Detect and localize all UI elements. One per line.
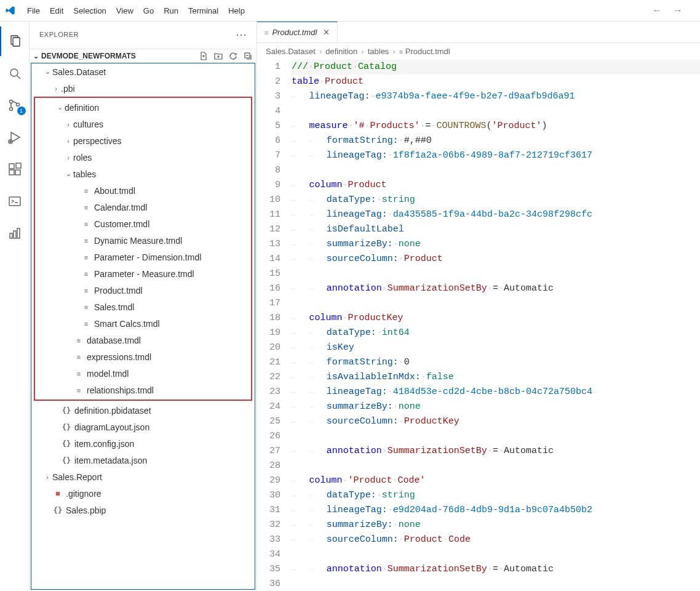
collapse-all-icon[interactable] bbox=[243, 51, 253, 61]
workspace-folder-name: DEVMODE_NEWFORMATS bbox=[41, 52, 136, 60]
file-tree: ⌄Sales.Dataset›.pbi ⌄definition›cultures… bbox=[31, 63, 255, 590]
tree-item[interactable]: ›Sales.Report bbox=[31, 468, 255, 485]
tree-item[interactable]: ⌄tables bbox=[35, 166, 251, 182]
refresh-icon[interactable] bbox=[228, 51, 238, 61]
code-editor[interactable]: 1234567891011121314151617181920212223242… bbox=[257, 60, 700, 591]
tree-item[interactable]: {}item.metadata.json bbox=[31, 452, 255, 468]
file-icon: ≡ bbox=[81, 320, 92, 328]
tree-item[interactable]: ≡Dynamic Measure.tmdl bbox=[35, 232, 251, 249]
tree-item-label: item.config.json bbox=[74, 439, 134, 449]
tree-item[interactable]: ≡model.tmdl bbox=[35, 365, 251, 382]
search-icon[interactable] bbox=[0, 58, 30, 88]
tree-item-label: cultures bbox=[73, 119, 103, 129]
svg-point-4 bbox=[9, 100, 12, 103]
menu-view[interactable]: View bbox=[111, 4, 138, 18]
breadcrumb-item[interactable]: ≡ Product.tmdl bbox=[399, 47, 450, 56]
json-icon: {} bbox=[52, 506, 63, 515]
chevron-right-icon: › bbox=[63, 154, 73, 161]
tree-item[interactable]: ≡relationships.tmdl bbox=[35, 382, 251, 398]
tree-item[interactable]: {}definition.pbidataset bbox=[31, 402, 255, 419]
tree-item-label: tables bbox=[73, 169, 96, 179]
source-control-icon[interactable]: 1 bbox=[0, 90, 30, 120]
tree-item[interactable]: ≡Product.tmdl bbox=[35, 282, 251, 299]
menu-edit[interactable]: Edit bbox=[45, 4, 68, 18]
line-number-gutter: 1234567891011121314151617181920212223242… bbox=[257, 60, 292, 591]
menu-go[interactable]: Go bbox=[138, 4, 159, 18]
tree-item[interactable]: ›roles bbox=[35, 149, 251, 166]
breadcrumb-item[interactable]: Sales.Dataset bbox=[266, 47, 316, 56]
chevron-right-icon: › bbox=[63, 121, 73, 128]
scm-badge: 1 bbox=[17, 107, 26, 115]
breadcrumb-separator: › bbox=[361, 47, 364, 56]
tree-item[interactable]: ›perspectives bbox=[35, 132, 251, 149]
tree-item[interactable]: ⌄Sales.Dataset bbox=[31, 63, 255, 80]
menu-file[interactable]: File bbox=[22, 4, 45, 18]
svg-point-5 bbox=[9, 108, 12, 111]
tree-item[interactable]: {}diagramLayout.json bbox=[31, 419, 255, 435]
svg-rect-16 bbox=[17, 228, 20, 238]
tree-item[interactable]: ≡database.tmdl bbox=[35, 332, 251, 348]
tree-item-label: Product.tmdl bbox=[94, 286, 143, 296]
editor-tabs: ≡ Product.tmdl ✕ bbox=[257, 22, 700, 43]
extensions-icon[interactable] bbox=[0, 155, 30, 184]
json-icon: {} bbox=[61, 440, 72, 448]
tree-item-label: Sales.Dataset bbox=[52, 67, 106, 77]
svg-rect-13 bbox=[9, 197, 20, 206]
powerbi-icon[interactable] bbox=[0, 219, 30, 248]
run-debug-icon[interactable] bbox=[0, 123, 30, 152]
menu-selection[interactable]: Selection bbox=[68, 4, 111, 18]
tree-item[interactable]: ⌄definition bbox=[35, 99, 251, 116]
tree-item-label: database.tmdl bbox=[87, 336, 141, 345]
terminal-panel-icon[interactable] bbox=[0, 187, 30, 216]
tree-item-label: definition bbox=[65, 103, 99, 113]
tab-product-tmdl[interactable]: ≡ Product.tmdl ✕ bbox=[257, 22, 338, 42]
sidebar-title: EXPLORER bbox=[39, 31, 79, 38]
tree-item[interactable]: ◆.gitignore bbox=[31, 485, 255, 502]
tree-item[interactable]: ≡expressions.tmdl bbox=[35, 348, 251, 365]
tree-item-label: model.tmdl bbox=[87, 369, 129, 379]
chevron-down-icon: ⌄ bbox=[42, 68, 52, 76]
menu-run[interactable]: Run bbox=[159, 4, 183, 18]
json-icon: {} bbox=[61, 406, 72, 415]
chevron-right-icon: › bbox=[42, 473, 52, 481]
explorer-icon[interactable] bbox=[0, 26, 30, 56]
svg-rect-14 bbox=[10, 233, 12, 238]
breadcrumb-item[interactable]: definition bbox=[325, 47, 357, 56]
tree-item-label: relationships.tmdl bbox=[87, 385, 154, 395]
tree-item[interactable]: ›cultures bbox=[35, 116, 251, 132]
tree-item[interactable]: ≡Smart Calcs.tmdl bbox=[35, 315, 251, 332]
explorer-sidebar: EXPLORER ⋯ ⌄ DEVMODE_NEWFORMATS ⌄Sales.D… bbox=[30, 22, 257, 591]
breadcrumb-item[interactable]: tables bbox=[368, 47, 389, 56]
tree-item[interactable]: ≡Customer.tmdl bbox=[35, 215, 251, 232]
close-icon[interactable]: ✕ bbox=[323, 28, 330, 37]
tree-item[interactable]: {}item.config.json bbox=[31, 435, 255, 452]
tree-item[interactable]: ≡Parameter - Measure.tmdl bbox=[35, 265, 251, 282]
file-icon: ≡ bbox=[81, 254, 92, 261]
svg-rect-12 bbox=[16, 163, 21, 168]
nav-forward-icon[interactable]: → bbox=[673, 5, 683, 16]
breadcrumb: Sales.Dataset›definition›tables›≡ Produc… bbox=[257, 43, 700, 60]
json-icon: {} bbox=[61, 456, 72, 465]
file-icon: ≡ bbox=[81, 304, 92, 311]
tree-item[interactable]: ≡Calendar.tmdl bbox=[35, 199, 251, 215]
menubar: FileEditSelectionViewGoRunTerminalHelp ←… bbox=[0, 0, 700, 22]
tree-item[interactable]: ›.pbi bbox=[31, 80, 255, 97]
tree-item[interactable]: ≡Sales.tmdl bbox=[35, 299, 251, 315]
tree-item[interactable]: {}Sales.pbip bbox=[31, 502, 255, 518]
tree-item[interactable]: ≡About.tmdl bbox=[35, 182, 251, 199]
sidebar-more-icon[interactable]: ⋯ bbox=[236, 28, 247, 41]
tree-item-label: item.metadata.json bbox=[74, 456, 147, 465]
workspace-folder-header[interactable]: ⌄ DEVMODE_NEWFORMATS bbox=[30, 49, 257, 63]
file-icon: ≡ bbox=[73, 370, 84, 377]
menu-terminal[interactable]: Terminal bbox=[183, 4, 223, 18]
code-content[interactable]: ///·Product·Catalogtable·Product→ lineag… bbox=[292, 60, 700, 591]
tree-item-label: Sales.tmdl bbox=[94, 302, 134, 312]
tree-item[interactable]: ≡Parameter - Dimension.tmdl bbox=[35, 249, 251, 265]
tree-item-label: Parameter - Dimension.tmdl bbox=[94, 252, 201, 262]
new-file-icon[interactable] bbox=[199, 51, 209, 61]
menu-help[interactable]: Help bbox=[223, 4, 250, 18]
new-folder-icon[interactable] bbox=[213, 51, 223, 61]
json-icon: {} bbox=[61, 423, 72, 432]
tree-item-label: Sales.pbip bbox=[66, 505, 106, 515]
nav-back-icon[interactable]: ← bbox=[652, 5, 662, 16]
